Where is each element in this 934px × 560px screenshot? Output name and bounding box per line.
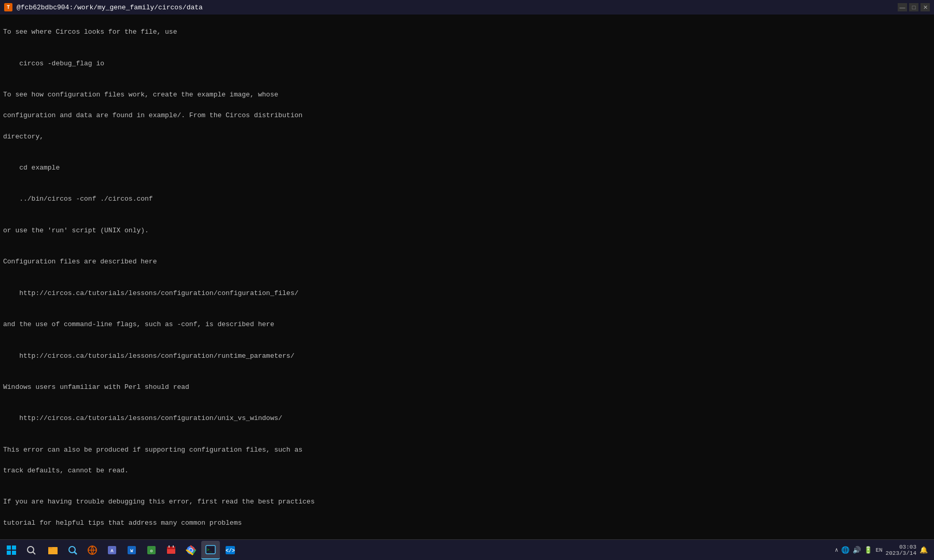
svg-rect-7: [48, 548, 58, 554]
file-manager-icon: [48, 545, 58, 555]
taskbar-apps: A W ⚙: [44, 541, 240, 559]
calendar-icon: [166, 545, 176, 555]
output-line-5: To see how configuration files work, cre…: [3, 90, 931, 100]
output-line-6: configuration and data are found in exam…: [3, 110, 931, 121]
search-button[interactable]: [22, 541, 40, 559]
taskbar-app-filemanager[interactable]: [44, 541, 62, 559]
clock: 03:032023/3/14: [886, 544, 916, 556]
chrome-icon: [186, 545, 196, 555]
taskbar-app-terminal[interactable]: >_: [201, 541, 220, 559]
browser-icon: [87, 545, 97, 555]
taskbar: A W ⚙: [0, 539, 934, 560]
close-button[interactable]: ✕: [921, 3, 930, 11]
output-line-27: This error can also be produced if suppo…: [3, 445, 931, 455]
app1-icon: A: [107, 545, 117, 555]
wiki-icon: W: [127, 545, 137, 555]
output-line-19: and the use of command-line flags, such …: [3, 319, 931, 330]
code-icon: </>: [225, 545, 235, 555]
terminal-icon: T: [4, 3, 12, 11]
svg-rect-20: [167, 547, 175, 549]
svg-line-5: [33, 552, 35, 554]
taskbar-app-wiki[interactable]: W: [122, 541, 141, 559]
output-line-13: or use the 'run' script (UNIX only).: [3, 226, 931, 236]
window-title: @fcb62bdbc904:/work/my_gene_family/circo…: [17, 4, 894, 11]
taskbar-right: ∧ 🌐 🔊 🔋 EN 03:032023/3/14 🔔: [835, 544, 932, 556]
svg-rect-0: [7, 545, 11, 550]
svg-line-10: [74, 552, 77, 554]
minimize-button[interactable]: —: [898, 3, 907, 11]
svg-rect-8: [48, 547, 52, 549]
windows-icon: [6, 545, 17, 555]
keyboard-icon: EN: [875, 547, 882, 553]
terminal-output: To see where Circos looks for the file, …: [0, 15, 934, 539]
svg-rect-1: [12, 545, 16, 550]
output-line-1: To see where Circos looks for the file, …: [3, 27, 931, 37]
svg-point-25: [189, 549, 192, 552]
output-line-11: ../bin/circos -conf ./circos.conf: [3, 194, 931, 204]
maximize-button[interactable]: □: [909, 3, 918, 11]
svg-text:W: W: [130, 549, 133, 554]
svg-text:</>: </>: [226, 548, 235, 554]
taskbar-app-chrome[interactable]: [182, 541, 200, 559]
svg-rect-2: [7, 551, 11, 555]
output-line-28: track defaults, cannot be read.: [3, 466, 931, 476]
output-line-7: directory,: [3, 132, 931, 142]
start-button[interactable]: [2, 541, 21, 559]
svg-rect-3: [12, 551, 16, 555]
output-line-17: http://circos.ca/tutorials/lessons/confi…: [3, 288, 931, 299]
sound-icon: 🔊: [853, 546, 861, 554]
battery-icon: 🔋: [864, 546, 872, 554]
magnify-icon: [67, 545, 78, 555]
output-line-25: http://circos.ca/tutorials/lessons/confi…: [3, 413, 931, 424]
svg-text:>_: >_: [207, 548, 212, 552]
svg-text:⚙: ⚙: [150, 549, 153, 553]
output-line-23: Windows users unfamiliar with Perl shoul…: [3, 382, 931, 393]
app2-icon: ⚙: [146, 545, 157, 555]
output-line-15: Configuration files are described here: [3, 257, 931, 267]
window-controls: — □ ✕: [898, 3, 930, 11]
network-icon: 🌐: [841, 546, 849, 554]
output-line-21: http://circos.ca/tutorials/lessons/confi…: [3, 351, 931, 361]
taskbar-app-app1[interactable]: A: [103, 541, 121, 559]
taskbar-app-calendar[interactable]: [162, 541, 180, 559]
output-line-30: If you are having trouble debugging this…: [3, 497, 931, 507]
taskbar-app-browser1[interactable]: [83, 541, 102, 559]
output-line-9: cd example: [3, 163, 931, 173]
notifications-icon[interactable]: 🔔: [919, 546, 928, 554]
taskbar-app-search[interactable]: [63, 541, 82, 559]
terminal-taskbar-icon: >_: [205, 544, 216, 555]
taskbar-app-app2[interactable]: ⚙: [142, 541, 161, 559]
taskbar-app-code[interactable]: </>: [221, 541, 240, 559]
output-line-3: circos -debug_flag io: [3, 59, 931, 69]
title-bar: T @fcb62bdbc904:/work/my_gene_family/cir…: [0, 0, 934, 15]
svg-text:A: A: [110, 549, 114, 554]
output-line-31: tutorial for helpful tips that address m…: [3, 518, 931, 528]
notification-chevron-icon[interactable]: ∧: [835, 547, 839, 553]
search-icon: [26, 545, 36, 555]
